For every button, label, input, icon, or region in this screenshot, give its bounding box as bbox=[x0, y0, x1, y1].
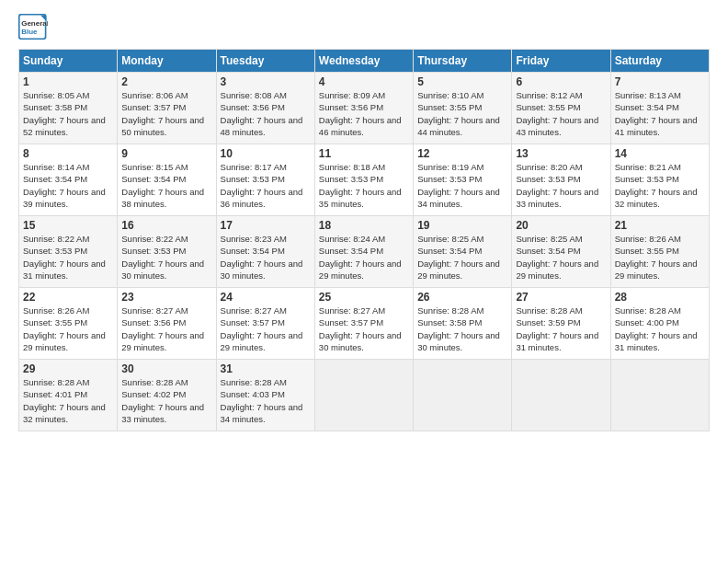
sunrise-label: Sunrise: 8:28 AM bbox=[121, 377, 188, 387]
calendar-cell: 27 Sunrise: 8:28 AM Sunset: 3:59 PM Dayl… bbox=[512, 288, 610, 360]
cell-content: Sunrise: 8:18 AM Sunset: 3:53 PM Dayligh… bbox=[319, 161, 409, 210]
sunset-label: Sunset: 3:56 PM bbox=[121, 317, 186, 327]
day-number: 5 bbox=[417, 75, 507, 88]
day-number: 25 bbox=[319, 291, 409, 304]
week-row-5: 29 Sunrise: 8:28 AM Sunset: 4:01 PM Dayl… bbox=[19, 360, 710, 431]
day-number: 14 bbox=[615, 147, 705, 160]
daylight-label: Daylight: 7 hours and 43 minutes. bbox=[516, 115, 598, 137]
calendar-cell: 8 Sunrise: 8:14 AM Sunset: 3:54 PM Dayli… bbox=[19, 144, 118, 216]
day-number: 21 bbox=[615, 219, 705, 232]
daylight-label: Daylight: 7 hours and 29 minutes. bbox=[516, 259, 598, 281]
day-number: 13 bbox=[516, 147, 606, 160]
calendar-cell bbox=[414, 360, 512, 431]
page-header: General Blue bbox=[18, 14, 710, 40]
cell-content: Sunrise: 8:28 AM Sunset: 4:00 PM Dayligh… bbox=[615, 304, 705, 353]
daylight-label: Daylight: 7 hours and 39 minutes. bbox=[23, 187, 106, 209]
daylight-label: Daylight: 7 hours and 29 minutes. bbox=[615, 259, 698, 281]
day-number: 28 bbox=[615, 291, 705, 304]
calendar-cell: 6 Sunrise: 8:12 AM Sunset: 3:55 PM Dayli… bbox=[512, 73, 610, 144]
cell-content: Sunrise: 8:28 AM Sunset: 4:01 PM Dayligh… bbox=[23, 376, 113, 425]
daylight-label: Daylight: 7 hours and 33 minutes. bbox=[121, 402, 204, 424]
calendar-cell: 29 Sunrise: 8:28 AM Sunset: 4:01 PM Dayl… bbox=[19, 360, 118, 431]
header-cell-sunday: Sunday bbox=[19, 50, 118, 73]
day-number: 18 bbox=[319, 219, 409, 232]
sunset-label: Sunset: 3:56 PM bbox=[319, 102, 383, 112]
daylight-label: Daylight: 7 hours and 50 minutes. bbox=[121, 115, 204, 137]
calendar-cell: 23 Sunrise: 8:27 AM Sunset: 3:56 PM Dayl… bbox=[118, 288, 216, 360]
day-number: 1 bbox=[23, 75, 113, 88]
daylight-label: Daylight: 7 hours and 48 minutes. bbox=[221, 115, 303, 137]
logo: General Blue bbox=[18, 14, 48, 40]
week-row-3: 15 Sunrise: 8:22 AM Sunset: 3:53 PM Dayl… bbox=[19, 216, 710, 288]
sunset-label: Sunset: 3:53 PM bbox=[417, 174, 482, 184]
day-number: 2 bbox=[121, 75, 211, 88]
sunrise-label: Sunrise: 8:14 AM bbox=[23, 162, 89, 172]
daylight-label: Daylight: 7 hours and 34 minutes. bbox=[417, 187, 500, 209]
sunrise-label: Sunrise: 8:28 AM bbox=[221, 377, 287, 387]
calendar-cell: 16 Sunrise: 8:22 AM Sunset: 3:53 PM Dayl… bbox=[118, 216, 216, 288]
sunrise-label: Sunrise: 8:08 AM bbox=[221, 90, 287, 100]
day-number: 10 bbox=[221, 147, 311, 160]
sunset-label: Sunset: 3:58 PM bbox=[23, 102, 87, 112]
sunset-label: Sunset: 4:00 PM bbox=[615, 317, 679, 327]
calendar-cell bbox=[314, 360, 413, 431]
sunset-label: Sunset: 3:53 PM bbox=[23, 246, 87, 256]
day-number: 6 bbox=[516, 75, 606, 88]
day-number: 7 bbox=[615, 75, 705, 88]
sunrise-label: Sunrise: 8:06 AM bbox=[121, 90, 188, 100]
cell-content: Sunrise: 8:09 AM Sunset: 3:56 PM Dayligh… bbox=[319, 89, 409, 138]
daylight-label: Daylight: 7 hours and 36 minutes. bbox=[221, 187, 303, 209]
cell-content: Sunrise: 8:27 AM Sunset: 3:56 PM Dayligh… bbox=[121, 304, 211, 353]
cell-content: Sunrise: 8:28 AM Sunset: 3:59 PM Dayligh… bbox=[516, 304, 606, 353]
cell-content: Sunrise: 8:08 AM Sunset: 3:56 PM Dayligh… bbox=[221, 89, 311, 138]
sunrise-label: Sunrise: 8:25 AM bbox=[417, 234, 483, 244]
week-row-4: 22 Sunrise: 8:26 AM Sunset: 3:55 PM Dayl… bbox=[19, 288, 710, 360]
cell-content: Sunrise: 8:26 AM Sunset: 3:55 PM Dayligh… bbox=[23, 304, 113, 353]
sunset-label: Sunset: 3:55 PM bbox=[516, 102, 580, 112]
calendar-cell: 12 Sunrise: 8:19 AM Sunset: 3:53 PM Dayl… bbox=[414, 144, 512, 216]
sunrise-label: Sunrise: 8:26 AM bbox=[23, 305, 89, 316]
sunset-label: Sunset: 3:57 PM bbox=[319, 317, 383, 327]
daylight-label: Daylight: 7 hours and 32 minutes. bbox=[23, 402, 106, 424]
sunrise-label: Sunrise: 8:20 AM bbox=[516, 162, 582, 172]
day-number: 16 bbox=[121, 219, 211, 232]
calendar-cell: 20 Sunrise: 8:25 AM Sunset: 3:54 PM Dayl… bbox=[512, 216, 610, 288]
sunset-label: Sunset: 3:53 PM bbox=[121, 246, 186, 256]
sunset-label: Sunset: 3:57 PM bbox=[121, 102, 186, 112]
day-number: 22 bbox=[23, 291, 113, 304]
daylight-label: Daylight: 7 hours and 30 minutes. bbox=[221, 259, 303, 281]
sunset-label: Sunset: 3:53 PM bbox=[516, 174, 580, 184]
calendar-page: General Blue SundayMondayTuesdayWednesda… bbox=[0, 0, 728, 563]
logo-icon: General Blue bbox=[18, 14, 48, 40]
sunrise-label: Sunrise: 8:05 AM bbox=[23, 90, 89, 100]
daylight-label: Daylight: 7 hours and 34 minutes. bbox=[221, 402, 303, 424]
calendar-cell: 2 Sunrise: 8:06 AM Sunset: 3:57 PM Dayli… bbox=[118, 73, 216, 144]
sunrise-label: Sunrise: 8:27 AM bbox=[221, 305, 287, 316]
calendar-cell: 4 Sunrise: 8:09 AM Sunset: 3:56 PM Dayli… bbox=[314, 73, 413, 144]
day-number: 31 bbox=[221, 362, 311, 375]
day-number: 23 bbox=[121, 291, 211, 304]
sunrise-label: Sunrise: 8:27 AM bbox=[319, 305, 385, 316]
day-number: 15 bbox=[23, 219, 113, 232]
day-number: 12 bbox=[417, 147, 507, 160]
day-number: 20 bbox=[516, 219, 606, 232]
daylight-label: Daylight: 7 hours and 29 minutes. bbox=[121, 330, 204, 352]
sunrise-label: Sunrise: 8:13 AM bbox=[615, 90, 681, 100]
daylight-label: Daylight: 7 hours and 52 minutes. bbox=[23, 115, 106, 137]
sunrise-label: Sunrise: 8:15 AM bbox=[121, 162, 188, 172]
sunset-label: Sunset: 3:54 PM bbox=[615, 102, 679, 112]
calendar-cell: 1 Sunrise: 8:05 AM Sunset: 3:58 PM Dayli… bbox=[19, 73, 118, 144]
daylight-label: Daylight: 7 hours and 33 minutes. bbox=[516, 187, 598, 209]
header-cell-thursday: Thursday bbox=[414, 50, 512, 73]
day-number: 11 bbox=[319, 147, 409, 160]
sunrise-label: Sunrise: 8:17 AM bbox=[221, 162, 287, 172]
daylight-label: Daylight: 7 hours and 30 minutes. bbox=[319, 330, 402, 352]
daylight-label: Daylight: 7 hours and 35 minutes. bbox=[319, 187, 402, 209]
daylight-label: Daylight: 7 hours and 41 minutes. bbox=[615, 115, 698, 137]
calendar-cell: 26 Sunrise: 8:28 AM Sunset: 3:58 PM Dayl… bbox=[414, 288, 512, 360]
sunrise-label: Sunrise: 8:26 AM bbox=[615, 234, 681, 244]
header-cell-friday: Friday bbox=[512, 50, 610, 73]
sunrise-label: Sunrise: 8:23 AM bbox=[221, 234, 287, 244]
sunset-label: Sunset: 3:57 PM bbox=[221, 317, 285, 327]
cell-content: Sunrise: 8:26 AM Sunset: 3:55 PM Dayligh… bbox=[615, 233, 705, 282]
